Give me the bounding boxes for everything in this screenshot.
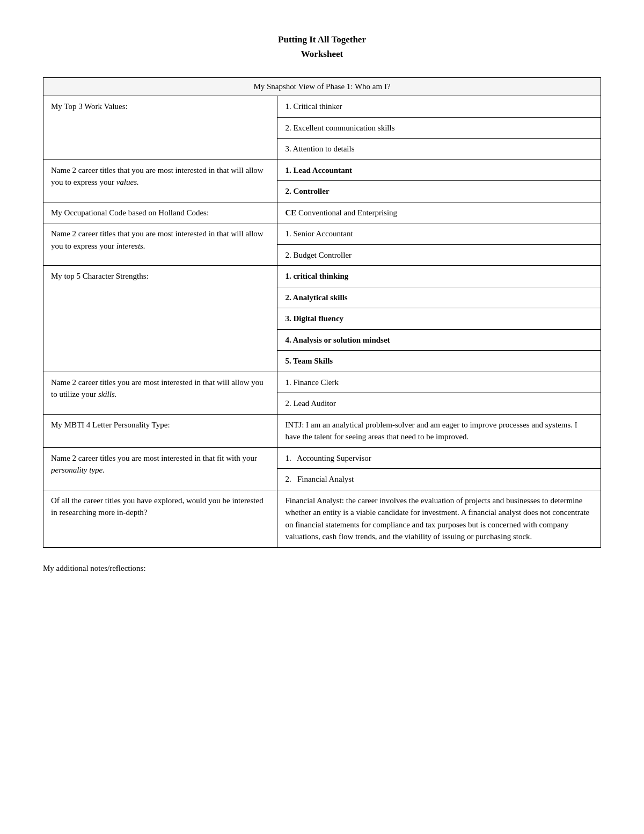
table-row: Name 2 career titles that you are most i…	[43, 159, 601, 181]
left-cell: My Top 3 Work Values:	[43, 96, 277, 160]
right-cell: 1. Finance Clerk	[277, 372, 601, 393]
title-line1: Putting It All Together	[278, 34, 366, 45]
left-cell: My MBTI 4 Letter Personality Type:	[43, 414, 277, 447]
table-row: My Occupational Code based on Holland Co…	[43, 202, 601, 223]
right-cell: INTJ: I am an analytical problem-solver …	[277, 414, 601, 447]
table-row: Of all the career titles you have explor…	[43, 490, 601, 547]
right-cell: 1. Lead Accountant	[277, 159, 601, 181]
right-cell: 4. Analysis or solution mindset	[277, 329, 601, 351]
left-cell: Of all the career titles you have explor…	[43, 490, 277, 547]
left-cell: Name 2 career titles you are most intere…	[43, 447, 277, 490]
right-cell: 2. Analytical skills	[277, 287, 601, 308]
right-cell: 2. Controller	[277, 181, 601, 202]
additional-notes-label: My additional notes/reflections:	[43, 564, 146, 572]
title-line2: Worksheet	[301, 49, 343, 59]
left-cell: Name 2 career titles you are most intere…	[43, 372, 277, 414]
left-cell: My Occupational Code based on Holland Co…	[43, 202, 277, 223]
right-cell: 2. Lead Auditor	[277, 393, 601, 415]
table-header: My Snapshot View of Phase 1: Who am I?	[43, 78, 601, 96]
right-cell: 2. Excellent communication skills	[277, 117, 601, 139]
right-cell: 5. Team Skills	[277, 351, 601, 372]
table-row: Name 2 career titles you are most intere…	[43, 447, 601, 469]
table-row: Name 2 career titles that you are most i…	[43, 223, 601, 245]
page-title: Putting It All Together Worksheet	[43, 32, 601, 61]
right-cell: Financial Analyst: the career involves t…	[277, 490, 601, 547]
right-cell: 1. Critical thinker	[277, 96, 601, 118]
right-cell: 2. Financial Analyst	[277, 469, 601, 490]
left-cell: Name 2 career titles that you are most i…	[43, 159, 277, 202]
right-cell: CE Conventional and Enterprising	[277, 202, 601, 223]
right-cell: 1. critical thinking	[277, 266, 601, 287]
table-row: My top 5 Character Strengths:1. critical…	[43, 266, 601, 287]
right-cell: 1. Accounting Supervisor	[277, 447, 601, 469]
left-cell: My top 5 Character Strengths:	[43, 266, 277, 372]
table-row: My Top 3 Work Values:1. Critical thinker	[43, 96, 601, 118]
right-cell: 2. Budget Controller	[277, 244, 601, 266]
main-table: My Snapshot View of Phase 1: Who am I? M…	[43, 77, 601, 548]
table-row: Name 2 career titles you are most intere…	[43, 372, 601, 393]
right-cell: 1. Senior Accountant	[277, 223, 601, 245]
right-cell: 3. Attention to details	[277, 139, 601, 160]
right-cell: 3. Digital fluency	[277, 308, 601, 330]
additional-notes: My additional notes/reflections:	[43, 564, 601, 573]
left-cell: Name 2 career titles that you are most i…	[43, 223, 277, 266]
table-row: My MBTI 4 Letter Personality Type:INTJ: …	[43, 414, 601, 447]
